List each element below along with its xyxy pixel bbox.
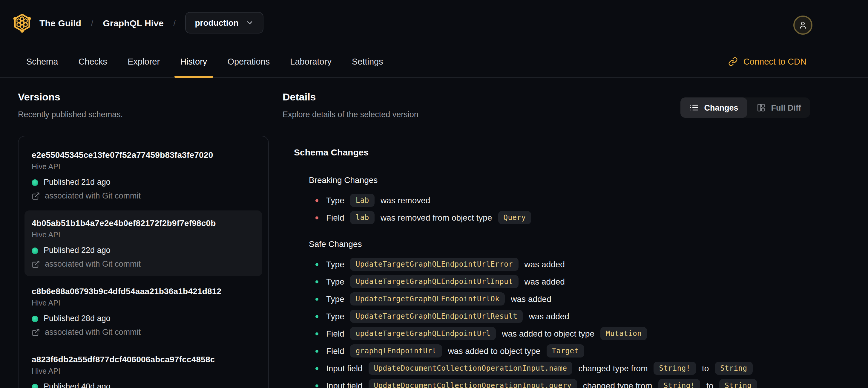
- target-selector[interactable]: production: [185, 12, 264, 33]
- change-text: was added to object type: [502, 329, 594, 338]
- change-text: Field: [326, 213, 344, 222]
- external-link-icon: [32, 328, 40, 336]
- breadcrumb-separator: /: [91, 18, 93, 28]
- change-row: Fieldlabwas removed from object typeQuer…: [315, 210, 849, 225]
- chevron-down-icon: [246, 19, 254, 27]
- tab-laboratory[interactable]: Laboratory: [283, 46, 339, 77]
- git-commit-label: associated with Git commit: [45, 328, 141, 337]
- hive-logo-icon[interactable]: [12, 12, 32, 33]
- version-service: Hive API: [32, 366, 255, 376]
- connect-to-cdn-label: Connect to CDN: [743, 57, 806, 66]
- published-dot-icon: [32, 316, 38, 322]
- breaking-bullet-icon: [315, 216, 318, 219]
- user-icon: [798, 20, 808, 30]
- change-text: Type: [326, 294, 344, 304]
- version-card[interactable]: 4b05ab51b1b4a7e2e4b0ef82172f2b9f7ef98c0b…: [25, 210, 262, 276]
- change-row: FieldgraphqlEndpointUrlwas added to obje…: [315, 344, 849, 358]
- change-text: to: [702, 363, 709, 373]
- target-selector-value: production: [195, 18, 238, 28]
- git-commit-link[interactable]: associated with Git commit: [32, 260, 255, 269]
- schema-changes-section: Schema Changes Breaking Changes TypeLabw…: [294, 147, 849, 388]
- versions-list: e2e55045345ce13fe07f52a77459b83fa3fe7020…: [18, 136, 269, 388]
- published-dot-icon: [32, 247, 38, 254]
- version-status-label: Published 40d ago: [43, 382, 111, 388]
- safe-bullet-icon: [315, 315, 318, 318]
- app-viewport: The Guild / GraphQL Hive / production Sc…: [0, 0, 868, 388]
- version-status-label: Published 21d ago: [43, 178, 111, 187]
- safe-bullet-icon: [315, 350, 318, 352]
- code-badge: UpdateTargetGraphQLEndpointUrlResult: [350, 310, 523, 323]
- change-text: was removed: [380, 196, 430, 205]
- code-badge: UpdateDocumentCollectionOperationInput.q…: [368, 379, 577, 388]
- version-card[interactable]: e2e55045345ce13fe07f52a77459b83fa3fe7020…: [25, 142, 262, 208]
- breadcrumb-org[interactable]: The Guild: [39, 18, 81, 28]
- versions-header: Versions Recently published schemas.: [18, 91, 123, 120]
- change-text: Input field: [326, 363, 362, 373]
- change-row: Input fieldUpdateDocumentCollectionOpera…: [315, 379, 849, 388]
- tab-operations[interactable]: Operations: [220, 46, 277, 77]
- code-badge: lab: [350, 211, 375, 224]
- change-row: FieldupdateTargetGraphQLEndpointUrlwas a…: [315, 326, 849, 341]
- safe-bullet-icon: [315, 280, 318, 283]
- safe-bullet-icon: [315, 332, 318, 335]
- connect-to-cdn-button[interactable]: Connect to CDN: [728, 57, 806, 66]
- version-service: Hive API: [32, 298, 255, 308]
- change-text: Field: [326, 346, 344, 356]
- view-toggle: Changes Full Diff: [680, 97, 810, 118]
- list-icon: [689, 103, 699, 112]
- code-badge: Target: [546, 345, 584, 358]
- change-text: was added: [524, 260, 564, 269]
- changes-view-button[interactable]: Changes: [680, 97, 747, 118]
- version-card[interactable]: a823f6db2a55df877dcf406006abca97fcc4858c…: [25, 347, 262, 388]
- git-commit-link[interactable]: associated with Git commit: [32, 328, 255, 337]
- breadcrumb: The Guild / GraphQL Hive / production: [39, 12, 264, 33]
- change-text: was added: [511, 294, 551, 304]
- change-row: TypeUpdateTargetGraphQLEndpointUrlInputw…: [315, 274, 849, 289]
- version-status: Published 21d ago: [32, 178, 255, 187]
- code-badge: Query: [498, 211, 531, 224]
- user-avatar[interactable]: [793, 16, 812, 35]
- tab-settings[interactable]: Settings: [345, 46, 391, 77]
- safe-changes-title: Safe Changes: [309, 239, 849, 250]
- link-icon: [728, 57, 738, 66]
- version-status-label: Published 28d ago: [43, 314, 111, 323]
- external-link-icon: [32, 260, 40, 268]
- change-row: TypeUpdateTargetGraphQLEndpointUrlErrorw…: [315, 257, 849, 271]
- breaking-changes-list: TypeLabwas removedFieldlabwas removed fr…: [315, 193, 849, 225]
- tabs-row: SchemaChecksExplorerHistoryOperationsLab…: [0, 46, 868, 77]
- header-top-row: The Guild / GraphQL Hive / production: [0, 0, 868, 46]
- version-hash: a823f6db2a55df877dcf406006abca97fcc4858c: [32, 354, 255, 365]
- change-text: was removed from object type: [380, 213, 492, 222]
- git-commit-label: associated with Git commit: [45, 191, 141, 201]
- change-row: TypeUpdateTargetGraphQLEndpointUrlResult…: [315, 309, 849, 323]
- version-status: Published 28d ago: [32, 314, 255, 323]
- breadcrumb-project[interactable]: GraphQL Hive: [103, 18, 164, 28]
- code-badge: String: [715, 362, 752, 375]
- tab-checks[interactable]: Checks: [71, 46, 115, 77]
- git-commit-link[interactable]: associated with Git commit: [32, 191, 255, 201]
- version-card[interactable]: c8b6e88a06793b9c4dfd54aaa21b36a1b421d812…: [25, 278, 262, 345]
- change-text: Type: [326, 277, 344, 287]
- code-badge: Lab: [350, 194, 375, 207]
- details-subtitle: Explore details of the selected version: [283, 110, 418, 120]
- change-row: TypeUpdateTargetGraphQLEndpointUrlOkwas …: [315, 292, 849, 306]
- code-badge: UpdateTargetGraphQLEndpointUrlOk: [350, 292, 505, 305]
- tab-schema[interactable]: Schema: [19, 46, 65, 77]
- app-header: The Guild / GraphQL Hive / production Sc…: [0, 0, 868, 78]
- change-text: changed type from: [583, 381, 652, 388]
- code-badge: updateTargetGraphQLEndpointUrl: [350, 327, 496, 340]
- safe-changes-list: TypeUpdateTargetGraphQLEndpointUrlErrorw…: [315, 257, 849, 388]
- tab-history[interactable]: History: [173, 46, 214, 77]
- change-text: was added: [524, 277, 564, 287]
- safe-bullet-icon: [315, 384, 318, 387]
- published-dot-icon: [32, 179, 38, 186]
- change-text: was added to object type: [448, 346, 540, 356]
- full-diff-view-button[interactable]: Full Diff: [747, 97, 810, 118]
- safe-bullet-icon: [315, 297, 318, 300]
- version-hash: e2e55045345ce13fe07f52a77459b83fa3fe7020: [32, 149, 255, 160]
- change-text: to: [706, 381, 713, 388]
- tab-explorer[interactable]: Explorer: [120, 46, 167, 77]
- versions-title: Versions: [18, 91, 123, 104]
- external-link-icon: [32, 192, 40, 200]
- versions-subtitle: Recently published schemas.: [18, 110, 123, 120]
